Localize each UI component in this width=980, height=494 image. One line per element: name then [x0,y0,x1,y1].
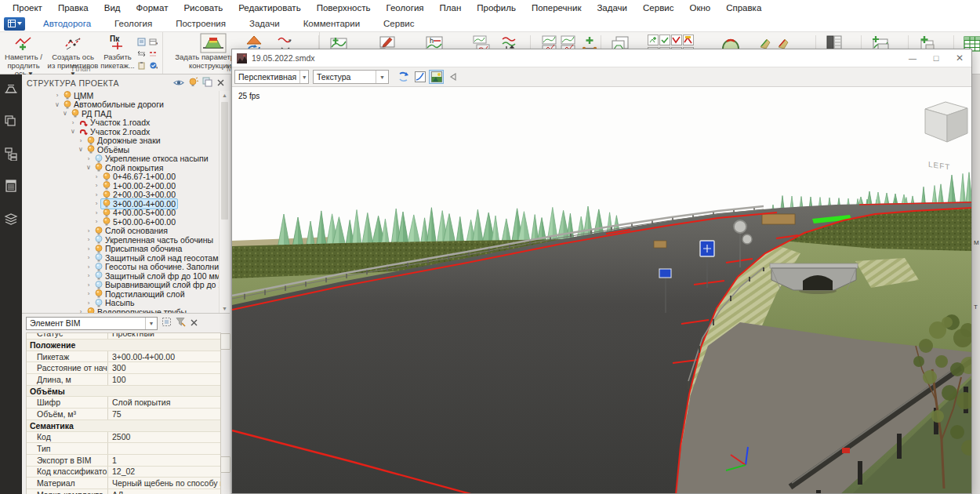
property-row[interactable]: Объём, м³75 [27,409,220,420]
tree-item[interactable]: ∨Автомобильные дороги [22,100,220,110]
collapse-icon[interactable]: › [93,173,100,180]
settings-blue-icon[interactable]: ▾ [149,59,159,69]
tree-item[interactable]: ›Слой основания [22,227,220,236]
window-title-bar[interactable]: 19.05.2022.smdx — □ ✕ [232,49,971,67]
tree-item[interactable]: ›5+00.00-6+00.00 [22,217,220,227]
scroll-thumb[interactable] [220,333,230,350]
tree-item[interactable]: ›Геосоты на обочине. Заполнитель [22,263,220,272]
split-stationing-button[interactable]: ПкРазбить пикетаж... [100,33,135,70]
tree-item[interactable]: ›4+00.00-5+00.00 [22,209,220,218]
menu-item-вид[interactable]: Вид [96,2,129,14]
camera-mode-select[interactable]: Перспективная ▼ [234,70,309,84]
menu-item-проект[interactable]: Проект [5,2,50,14]
collapse-icon[interactable]: › [85,254,93,261]
property-row[interactable]: Код классификато...12_02 [27,467,220,478]
viewport-3d-scene[interactable]: 25 fps LEFT [232,87,971,493]
property-row[interactable]: ШифрСлой покрытия [27,397,220,409]
tab-сервис[interactable]: Сервис [372,17,426,30]
maximize-button[interactable]: □ [924,49,948,67]
combo-arrow-icon[interactable]: ▼ [145,318,157,329]
tree-item[interactable]: ∨Участок 2.roadx [22,127,220,136]
tree-item[interactable]: ›Участок 1.roadx [22,118,220,128]
create-axis-primitives-button[interactable]: Создать ось из примитивов ▾ [47,33,99,78]
expanded-icon[interactable]: ∨ [85,164,93,171]
collapse-icon[interactable]: › [93,200,100,207]
tab-геология[interactable]: Геология [103,17,164,30]
cross-section-icon[interactable] [4,82,18,100]
tab-построения[interactable]: Построения [164,17,238,30]
collapse-icon[interactable]: › [85,236,93,243]
collapse-icon[interactable]: › [77,137,85,144]
bulb-icon[interactable] [188,76,198,90]
texture-view-icon[interactable] [429,70,444,84]
collapse-icon[interactable]: › [77,308,85,313]
expanded-icon[interactable]: ∨ [53,101,61,108]
scroll-down-icon[interactable]: ▼ [220,306,230,311]
layers-copy-icon[interactable] [4,114,18,132]
swap-lines-icon[interactable] [137,47,147,57]
property-row[interactable]: Расстояние от нач...300 [27,362,220,374]
collapse-icon[interactable]: › [93,209,100,216]
close-icon[interactable] [190,316,198,330]
collapse-icon[interactable]: › [85,263,93,271]
layers-stack-icon[interactable] [4,211,18,228]
mark-extend-axis-button[interactable]: Наметить / продлить ось ▾ [2,33,45,78]
property-row[interactable]: МатериалЧерный щебень по способу пр... [27,478,220,489]
tab-задачи[interactable]: Задачи [238,17,292,30]
tree-scrollbar[interactable]: ▲ ▼ [219,91,230,313]
collapse-icon[interactable]: › [85,272,93,279]
property-row[interactable]: Марка комплекта ...АД [27,489,220,494]
collapse-icon[interactable]: › [93,191,100,198]
collapse-icon[interactable]: › [69,119,77,126]
render-mode-select[interactable]: Текстура ▼ [313,70,389,84]
filter-icon[interactable] [176,316,186,330]
tree-item[interactable]: ›1+00.00-2+00.00 [22,181,220,191]
tree-item[interactable]: ›Защитный слой над геосотами на [22,253,220,263]
property-row[interactable]: Тип [27,443,220,455]
copy-icon[interactable] [202,76,212,90]
tree-item[interactable]: ›Дорожные знаки [22,136,220,146]
collapse-icon[interactable]: › [85,290,93,297]
clipboard-icon[interactable] [137,59,147,69]
menu-item-формат[interactable]: Формат [129,2,176,14]
tree-item[interactable]: ›Укрепление откоса насыпи [22,154,220,164]
frame-select-icon[interactable] [162,316,172,330]
collapse-icon[interactable]: › [93,182,100,189]
collapse-icon[interactable]: › [85,282,93,289]
property-row[interactable]: Экспорт в BIM1 [27,455,220,467]
app-menu-button[interactable] [4,17,25,31]
tree-item[interactable]: ›Водопропускные трубы [22,307,220,313]
menu-item-редактировать[interactable]: Редактировать [230,2,308,14]
minimize-button[interactable]: — [901,49,924,67]
menu-item-поверхность[interactable]: Поверхность [309,2,379,14]
menu-item-задачи[interactable]: Задачи [589,2,635,14]
collapse-icon[interactable]: › [53,92,61,99]
chart-view-icon[interactable] [412,70,427,84]
tree-item[interactable]: ∨Слой покрытия [22,163,220,173]
sheet-icon[interactable] [137,35,147,45]
document-icon[interactable] [4,179,18,196]
property-row[interactable]: Пикетаж3+00.00-4+00.00 [27,351,220,363]
tree-item[interactable]: ›3+00.00-4+00.00 [22,199,220,209]
orbit-icon[interactable] [396,70,411,84]
tree-item[interactable]: ›Защитный слой фр до 100 мм [22,271,220,281]
tree-item[interactable]: ∨Объёмы [22,145,220,154]
tab-автодорога[interactable]: Автодорога [31,17,103,30]
red-dash-icon[interactable] [149,47,159,57]
collapse-arrow-icon[interactable] [445,70,460,84]
collapse-icon[interactable]: › [85,300,93,307]
menu-item-сервис[interactable]: Сервис [635,2,681,14]
tab-комментарии[interactable]: Комментарии [292,17,372,30]
scroll-thumb[interactable] [220,456,230,473]
menu-item-справка[interactable]: Справка [718,2,769,14]
menu-item-план[interactable]: План [432,2,470,14]
collapse-icon[interactable]: › [85,227,93,234]
bim-element-select[interactable]: Элемент BIM ▼ [26,317,158,330]
property-row[interactable]: Длина, м100 [27,374,220,386]
scroll-up-icon[interactable]: ▲ [220,93,230,98]
table-menu-icon[interactable]: ▾ [149,35,159,45]
collapse-icon[interactable]: › [85,155,93,162]
menu-item-поперечник[interactable]: Поперечник [524,2,590,14]
expanded-icon[interactable]: ∨ [69,128,77,135]
tree-item[interactable]: ›Присыпная обочина [22,245,220,254]
